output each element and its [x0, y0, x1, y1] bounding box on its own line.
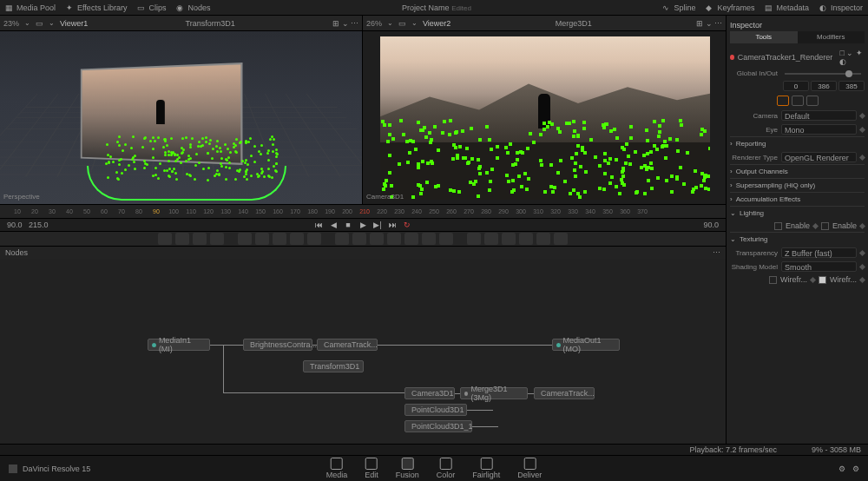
tool-btn[interactable] [210, 233, 224, 245]
settings-icon[interactable]: ⚙ [852, 465, 859, 473]
tool-btn[interactable] [404, 233, 418, 245]
step-fwd-icon[interactable]: ▶| [372, 220, 384, 230]
keyframes-tab[interactable]: ◆Keyframes [706, 3, 754, 12]
tool-btn[interactable] [502, 233, 516, 245]
viewer2-opts-icon[interactable]: ⊞ ⌄ ⋯ [696, 19, 722, 28]
viewer2[interactable]: Camera3D1 [363, 31, 726, 204]
reporting-section[interactable]: Reporting [730, 136, 865, 150]
project-settings-icon[interactable]: ⚙ [838, 465, 845, 473]
nodes-options-icon[interactable]: ⋯ [713, 248, 720, 257]
time-current[interactable]: 90.0 [703, 221, 719, 229]
effects-library-tab[interactable]: ✦Effects Library [66, 3, 127, 12]
accumulation-section[interactable]: Accumulation Effects [730, 192, 865, 206]
enable-checkbox-2[interactable] [821, 222, 829, 230]
step-back-icon[interactable]: ◀ [327, 220, 339, 230]
renderer-dropdown[interactable]: OpenGL Renderer [781, 152, 857, 162]
node-pcloud1[interactable]: PointCloud3D1 [404, 404, 467, 416]
global-mid-field[interactable]: 386 [811, 81, 837, 91]
keyframe-icon[interactable] [859, 126, 865, 132]
tool-btn[interactable] [536, 233, 550, 245]
wireframe-checkbox[interactable] [769, 276, 777, 284]
node-merge[interactable]: Merge3D1 (3Mg) [460, 387, 528, 399]
global-io-slider[interactable] [785, 73, 861, 75]
node-transform[interactable]: Transform3D1 [303, 360, 364, 372]
page-fusion[interactable]: Fusion [396, 458, 419, 479]
viewer1-zoom[interactable]: 23% [3, 19, 19, 28]
global-in-field[interactable]: 0 [783, 81, 809, 91]
tool-btn[interactable] [290, 233, 304, 245]
wireframe-checkbox-2[interactable] [819, 276, 826, 284]
inspector-tab[interactable]: ◐Inspector [819, 3, 863, 12]
keyframe-icon[interactable] [812, 222, 819, 228]
page-color[interactable]: Color [437, 458, 456, 479]
tool-btn[interactable] [273, 233, 286, 245]
tool-btn[interactable] [255, 233, 269, 245]
supersampling-section[interactable]: Supersampling (HiQ only) [730, 178, 865, 192]
tool-btn[interactable] [422, 233, 436, 245]
viewer1-opts-icon[interactable]: ⊞ ⌄ ⋯ [332, 19, 358, 28]
tool-btn[interactable] [370, 233, 384, 245]
nodes-tab[interactable]: ◉Nodes [176, 3, 210, 12]
keyframe-icon[interactable] [859, 112, 865, 118]
node-mediaout[interactable]: MediaOut1 (MO) [552, 339, 620, 351]
node-mediain[interactable]: MediaIn1 (MI) [148, 339, 210, 351]
camera-dropdown[interactable]: Default [781, 110, 857, 121]
keyframe-icon[interactable] [859, 276, 865, 282]
global-out-field[interactable]: 385 [838, 81, 865, 91]
time-end[interactable]: 215.0 [29, 221, 49, 229]
tool-btn[interactable] [158, 233, 172, 245]
node-pcloud2[interactable]: PointCloud3D1_1 [404, 420, 472, 432]
tool-btn[interactable] [238, 233, 252, 245]
node-graph[interactable]: MediaIn1 (MI)BrightnessContra...CameraTr… [0, 259, 726, 444]
transparency-dropdown[interactable]: Z Buffer (fast) [781, 247, 857, 258]
timeline-ruler[interactable]: 1020304050607080901001101201301401501601… [0, 205, 726, 219]
pin-icon[interactable]: □ ⌄ ✦ ◐ [839, 49, 865, 66]
tools-tab[interactable]: Tools [730, 31, 798, 43]
modifiers-tab[interactable]: Modifiers [798, 31, 865, 43]
tool-btn[interactable] [193, 233, 207, 245]
go-last-icon[interactable]: ⏭ [386, 220, 398, 230]
keyframe-icon[interactable] [859, 263, 865, 269]
shading-dropdown[interactable]: Smooth [781, 261, 857, 272]
keyframe-icon[interactable] [810, 276, 816, 282]
enable-checkbox[interactable] [774, 222, 782, 230]
media-pool-tab[interactable]: ▦Media Pool [5, 3, 56, 12]
home-icon[interactable] [9, 465, 17, 473]
keyframe-icon[interactable] [859, 154, 865, 160]
output-channels-section[interactable]: Output Channels [730, 164, 865, 178]
node-camtrack[interactable]: CameraTrack... [317, 339, 378, 351]
page-edit[interactable]: Edit [365, 458, 378, 479]
node-camtrack2[interactable]: CameraTrack... [534, 387, 595, 399]
lighting-section[interactable]: Lighting [730, 206, 865, 220]
node-camera[interactable]: Camera3D1 [404, 387, 455, 399]
node-bright[interactable]: BrightnessContra... [243, 339, 312, 351]
time-start[interactable]: 90.0 [7, 221, 23, 229]
spline-tab[interactable]: ∿Spline [662, 3, 695, 12]
keyframe-icon[interactable] [859, 249, 865, 255]
texturing-section[interactable]: Texturing [730, 232, 865, 246]
tool-btn[interactable] [175, 233, 189, 245]
page-fairlight[interactable]: Fairlight [472, 458, 500, 479]
page-deliver[interactable]: Deliver [517, 458, 542, 479]
viewer2-zoom[interactable]: 26% [366, 19, 382, 28]
eye-dropdown[interactable]: Mono [781, 124, 857, 135]
mode-icon-3[interactable] [806, 96, 819, 106]
tool-btn[interactable] [467, 233, 481, 245]
tool-btn[interactable] [387, 233, 401, 245]
viewer1[interactable]: Perspective [0, 31, 363, 204]
loop-icon[interactable]: ↻ [401, 220, 413, 230]
tool-btn[interactable] [484, 233, 498, 245]
metadata-tab[interactable]: ▤Metadata [765, 3, 809, 12]
tool-btn[interactable] [352, 233, 366, 245]
tool-btn[interactable] [307, 233, 321, 245]
go-first-icon[interactable]: ⏮ [312, 220, 325, 230]
tool-btn[interactable] [554, 233, 568, 245]
mode-icon-2[interactable] [792, 96, 804, 106]
keyframe-icon[interactable] [859, 222, 865, 228]
tool-btn[interactable] [439, 233, 453, 245]
play-icon[interactable]: ▶ [357, 220, 369, 230]
tool-btn[interactable] [335, 233, 349, 245]
page-media[interactable]: Media [326, 458, 348, 479]
stop-icon[interactable]: ■ [342, 220, 354, 230]
mode-icon-1[interactable] [777, 96, 789, 106]
